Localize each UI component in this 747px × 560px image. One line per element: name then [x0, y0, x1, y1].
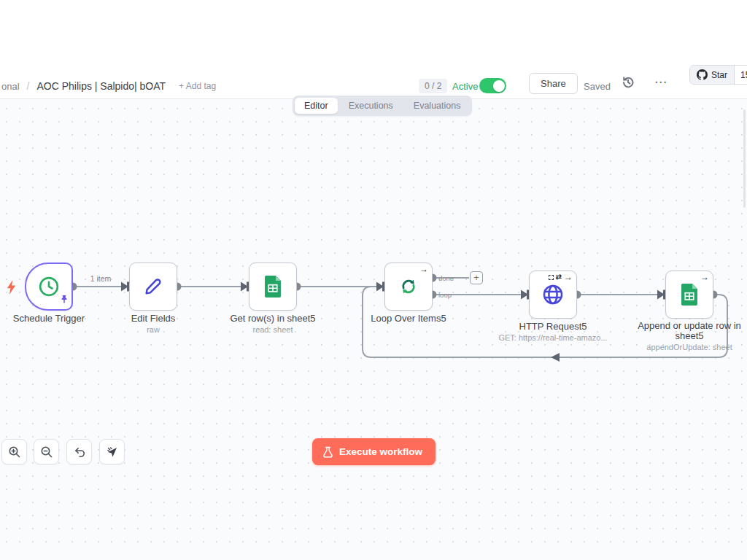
node-setting-arrow-icon: → [564, 273, 573, 281]
add-tag-button[interactable]: + Add tag [179, 81, 216, 91]
google-sheets-icon [680, 284, 699, 306]
tab-executions[interactable]: Executions [339, 98, 403, 114]
tidy-up-icon [106, 446, 119, 459]
pin-icon [60, 294, 69, 307]
node-subtitle-get-rows: read: sheet [217, 325, 328, 334]
clock-icon [38, 276, 60, 298]
workflow-title[interactable]: AOC Philips | Salpido| bOAT [36, 80, 166, 92]
execute-workflow-label: Execute workflow [339, 446, 422, 457]
view-tabs: Editor Executions Evaluations [293, 96, 472, 116]
globe-icon [541, 283, 565, 306]
github-star-label: Star [711, 70, 727, 80]
active-label: Active [452, 81, 478, 92]
output-label-done: done [438, 274, 454, 282]
execute-once-icon [549, 275, 554, 280]
zoom-out-icon [40, 446, 53, 459]
node-get-rows-sheet[interactable] [249, 262, 297, 311]
retry-on-fail-icon: ⇄ [556, 273, 562, 281]
node-label-edit-fields[interactable]: Edit Fields [98, 313, 209, 324]
canvas-scrollbar[interactable] [743, 109, 746, 208]
github-star-button[interactable]: Star [690, 66, 735, 84]
breadcrumb-separator: / [27, 80, 30, 92]
connection-item-count: 1 item [82, 274, 120, 283]
execute-workflow-button[interactable]: Execute workflow [312, 438, 436, 465]
breadcrumb-project[interactable]: onal [1, 81, 20, 92]
loop-icon [398, 276, 419, 298]
tidy-up-button[interactable] [99, 439, 125, 464]
node-subtitle-http-request: GET: https://real-time-amazo... [490, 333, 616, 342]
node-label-loop-over-items[interactable]: Loop Over Items5 [353, 313, 464, 324]
pen-icon [143, 276, 163, 297]
more-options-icon[interactable]: ⋯ [651, 74, 670, 92]
undo-icon [73, 446, 86, 459]
zoom-in-button[interactable] [1, 439, 27, 464]
undo-button[interactable] [66, 439, 92, 464]
workflow-history-icon[interactable] [621, 75, 637, 91]
node-label-http-request[interactable]: HTTP Request5 [490, 321, 616, 332]
output-label-loop: loop [438, 291, 452, 299]
trigger-bolt-icon [6, 280, 17, 298]
add-node-button[interactable]: + [470, 271, 483, 284]
flask-icon [322, 446, 333, 458]
google-sheets-icon [263, 276, 282, 298]
tab-editor[interactable]: Editor [295, 98, 338, 114]
n8n-workflow-editor: onal / AOC Philips | Salpido| bOAT + Add… [0, 0, 747, 560]
node-subtitle-edit-fields: raw [98, 325, 209, 334]
node-label-schedule-trigger[interactable]: Schedule Trigger [0, 313, 104, 324]
node-setting-arrow-icon: → [700, 273, 709, 281]
node-append-update-row[interactable]: → [665, 271, 713, 319]
active-toggle[interactable] [479, 78, 506, 93]
node-schedule-trigger[interactable] [25, 262, 73, 311]
share-button[interactable]: Share [529, 73, 578, 94]
toggle-knob [493, 80, 505, 92]
zoom-out-button[interactable] [34, 439, 59, 464]
node-label-append-update[interactable]: Append or update row in sheet5 [627, 321, 747, 341]
zoom-in-icon [8, 446, 21, 459]
node-edit-fields[interactable] [129, 262, 177, 311]
saved-status: Saved [584, 81, 611, 92]
github-star-widget: Star 156 [689, 65, 747, 85]
execution-counter-badge: 0 / 2 [419, 79, 447, 93]
node-setting-arrow-icon: → [419, 265, 428, 273]
tab-evaluations[interactable]: Evaluations [404, 98, 471, 114]
node-subtitle-append-update: appendOrUpdate: sheet [627, 343, 747, 351]
node-http-request[interactable]: ⇄ → [529, 271, 577, 319]
node-loop-over-items[interactable]: → [384, 262, 433, 311]
github-star-count[interactable]: 156 [735, 66, 747, 84]
node-label-get-rows[interactable]: Get row(s) in sheet5 [217, 313, 328, 324]
top-bar: onal / AOC Philips | Salpido| bOAT + Add… [0, 0, 747, 99]
github-icon [697, 69, 708, 80]
